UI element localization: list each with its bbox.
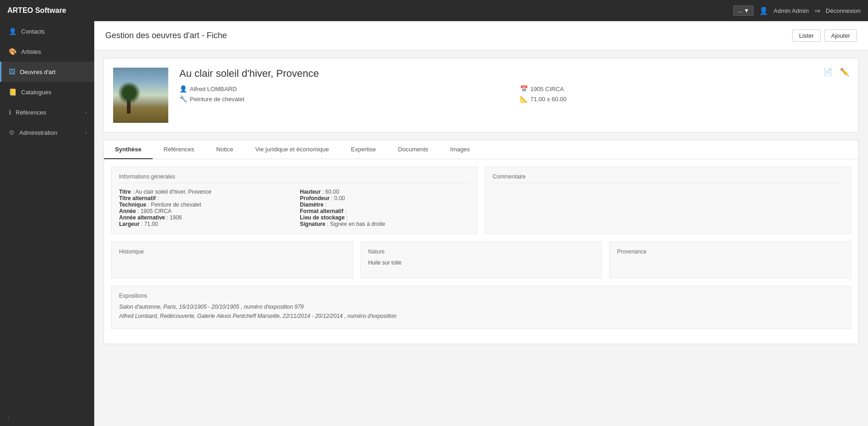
sidebar-item-oeuvres[interactable]: 🖼 Oeuvres d'art (0, 62, 94, 82)
artwork-pdf-button[interactable]: 📄 (822, 66, 834, 78)
artwork-dimensions: 71.00 x 60.00 (531, 96, 567, 103)
dimensions-icon: 📐 (520, 95, 528, 103)
painting-tree (127, 86, 131, 114)
field-annee: Année : 1905 CIRCA (119, 208, 289, 214)
artwork-title: Au clair soleil d'hiver, Provence (179, 68, 849, 80)
tab-documents[interactable]: Documents (387, 140, 440, 159)
add-button[interactable]: Ajouter (824, 29, 857, 42)
info-fields-left: Titre : Au clair soleil d'hiver, Provenc… (119, 189, 289, 227)
contacts-icon: 👤 (9, 28, 17, 35)
field-profondeur: Profondeur : 0.00 (300, 195, 469, 201)
catalogues-icon: 📒 (9, 88, 17, 96)
page-header: Gestion des oeuvres d'art - Fiche Lister… (94, 21, 868, 51)
commentaire-section: Commentaire (485, 167, 851, 234)
sidebar-label-references: Références (16, 109, 46, 116)
info-fields-grid: Titre : Au clair soleil d'hiver, Provenc… (119, 189, 470, 227)
tab-expertise[interactable]: Expertise (340, 140, 387, 159)
expositions-header: Expositions (119, 293, 843, 299)
sidebar-item-artistes[interactable]: 🎨 Artistes (0, 41, 94, 62)
commentaire-header: Commentaire (493, 173, 844, 183)
artwork-technique: Peinture de chevalet (190, 96, 245, 103)
info-fields-right: Hauteur : 60.00 Profondeur : 0.00 Diamèt… (300, 189, 469, 227)
references-arrow-icon: › (85, 109, 87, 115)
main-content: Gestion des oeuvres d'art - Fiche Lister… (94, 21, 868, 426)
artwork-year: 1905 CIRCA (531, 86, 564, 92)
artwork-dimensions-item: 📐 71.00 x 60.00 (520, 95, 850, 103)
references-icon: ℹ (9, 109, 11, 116)
oeuvres-icon: 🖼 (9, 68, 15, 75)
expo-item-1: Alfred Lombard, Redécouverte, Galerie Al… (119, 313, 843, 319)
tab-images[interactable]: Images (439, 140, 481, 159)
page-header-actions: Lister Ajouter (792, 29, 857, 42)
info-generale-section: Informations générales Titre : Au clair … (111, 167, 478, 234)
artwork-artist: Alfred LOMBARD (190, 86, 237, 92)
artwork-technique-item: 🔧 Peinture de chevalet (179, 95, 509, 103)
logout-icon: ⇒ (814, 6, 820, 15)
painting-ground (113, 107, 168, 123)
list-button[interactable]: Lister (792, 29, 821, 42)
field-diametre: Diamètre : (300, 201, 469, 208)
artwork-year-item: 📅 1905 CIRCA (520, 85, 850, 92)
tab-references[interactable]: Références (153, 140, 205, 159)
navbar-right: ... ▼ 👤 Admin Admin ⇒ Déconnexion (733, 6, 861, 16)
tab-notice[interactable]: Notice (205, 140, 244, 159)
sidebar-item-references[interactable]: ℹ Références › (0, 102, 94, 122)
year-icon: 📅 (520, 85, 528, 92)
collapse-icon: ‹ (7, 414, 9, 420)
artwork-thumbnail (113, 68, 168, 123)
sidebar: 👤 Contacts 🎨 Artistes 🖼 Oeuvres d'art 📒 … (0, 21, 94, 426)
field-signature: Signature : Signée en bas à droite (300, 221, 469, 227)
field-annee-alt: Année alternative : 1906 (119, 214, 289, 221)
nature-value: Huile sur toile (368, 259, 594, 266)
app-body: 👤 Contacts 🎨 Artistes 🖼 Oeuvres d'art 📒 … (0, 21, 868, 426)
navbar: ARTEO Software ... ▼ 👤 Admin Admin ⇒ Déc… (0, 0, 868, 21)
nature-header: Nature (368, 248, 594, 255)
field-titre-alt: Titre alternatif : (119, 195, 289, 201)
field-technique: Technique : Peinture de chevalet (119, 201, 289, 208)
tab-vie-juridique[interactable]: Vie juridique et économique (244, 140, 340, 159)
nature-section: Nature Huile sur toile (360, 242, 602, 278)
tab-content-synthese: Informations générales Titre : Au clair … (103, 159, 859, 344)
historique-section: Historique (111, 242, 353, 278)
user-icon: 👤 (759, 6, 768, 15)
technique-icon: 🔧 (179, 95, 187, 103)
artwork-meta: 👤 Alfred LOMBARD 📅 1905 CIRCA 🔧 Peinture… (179, 85, 849, 103)
user-label: Admin Admin (774, 7, 809, 14)
page-title: Gestion des oeuvres d'art - Fiche (105, 31, 227, 40)
field-hauteur: Hauteur : 60.00 (300, 189, 469, 195)
field-lieu-stockage: Lieu de stockage : (300, 214, 469, 221)
sidebar-label-catalogues: Catalogues (21, 89, 51, 96)
tabs-list: Synthèse Références Notice Vie juridique… (104, 140, 858, 159)
tab-synthese[interactable]: Synthèse (104, 140, 153, 159)
tabs-container: Synthèse Références Notice Vie juridique… (103, 140, 859, 159)
sidebar-item-administration[interactable]: ⚙ Administration › (0, 122, 94, 143)
sidebar-label-administration: Administration (19, 129, 57, 136)
sidebar-label-contacts: Contacts (21, 28, 45, 35)
artwork-info: Au clair soleil d'hiver, Provence 👤 Alfr… (179, 68, 849, 103)
field-titre: Titre : Au clair soleil d'hiver, Provenc… (119, 189, 289, 195)
sidebar-collapse-btn[interactable]: ‹ (0, 409, 94, 426)
field-format-alt: Format alternatif : (300, 208, 469, 214)
artwork-card: Au clair soleil d'hiver, Provence 👤 Alfr… (103, 58, 859, 132)
sidebar-label-artistes: Artistes (21, 48, 41, 55)
field-largeur: Largeur : 71.00 (119, 221, 289, 227)
logout-label[interactable]: Déconnexion (826, 7, 861, 14)
sidebar-label-oeuvres: Oeuvres d'art (20, 69, 56, 75)
provenance-section: Provenance (609, 242, 851, 278)
provenance-header: Provenance (617, 248, 843, 255)
more-button[interactable]: ... ▼ (733, 6, 753, 16)
app-brand: ARTEO Software (7, 6, 733, 15)
artwork-edit-button[interactable]: ✏️ (838, 66, 851, 78)
artwork-actions: 📄 ✏️ (822, 66, 851, 78)
expo-item-0: Salon d'automne, Paris, 16/10/1905 - 20/… (119, 304, 843, 310)
info-generale-header: Informations générales (119, 173, 470, 183)
expositions-section: Expositions Salon d'automne, Paris, 16/1… (111, 286, 851, 329)
administration-icon: ⚙ (9, 129, 15, 136)
sidebar-item-catalogues[interactable]: 📒 Catalogues (0, 82, 94, 102)
artistes-icon: 🎨 (9, 48, 17, 55)
administration-arrow-icon: › (85, 130, 87, 135)
sidebar-item-contacts[interactable]: 👤 Contacts (0, 21, 94, 41)
artist-icon: 👤 (179, 85, 187, 92)
artwork-artist-item: 👤 Alfred LOMBARD (179, 85, 509, 92)
bottom-sections: Historique Nature Huile sur toile Proven… (111, 242, 851, 278)
